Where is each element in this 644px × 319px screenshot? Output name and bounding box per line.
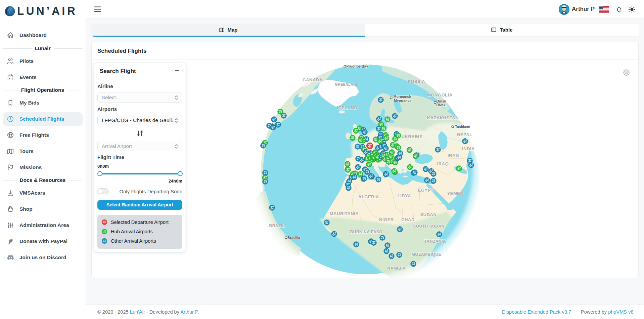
svg-text:SUDAN: SUDAN bbox=[420, 212, 437, 217]
svg-text:NAMIBIA: NAMIBIA bbox=[387, 266, 406, 271]
svg-text:NEPAL: NEPAL bbox=[457, 132, 472, 137]
svg-text:Prudhoe Bay: Prudhoe Bay bbox=[347, 64, 368, 68]
svg-text:Мурманск: Мурманск bbox=[394, 98, 411, 103]
svg-text:MONGOLIA: MONGOLIA bbox=[427, 92, 453, 97]
svg-text:BRAZIL: BRAZIL bbox=[269, 224, 285, 228]
svg-text:EGYPT: EGYPT bbox=[418, 188, 434, 193]
svg-text:TANZANIA: TANZANIA bbox=[424, 239, 446, 244]
svg-text:ALGERIA: ALGERIA bbox=[358, 194, 379, 199]
svg-text:Tashkent: Tashkent bbox=[455, 125, 470, 129]
svg-text:RUSSIA: RUSSIA bbox=[408, 79, 425, 84]
svg-text:BURKINA FASO: BURKINA FASO bbox=[350, 230, 383, 234]
svg-text:NIGER: NIGER bbox=[379, 217, 394, 222]
svg-text:ICELAND: ICELAND bbox=[337, 105, 357, 110]
svg-text:GREENLAND: GREENLAND bbox=[335, 82, 359, 86]
svg-text:INDIA: INDIA bbox=[462, 146, 475, 151]
svg-text:YEMEN: YEMEN bbox=[447, 191, 464, 196]
svg-text:CANADA: CANADA bbox=[303, 77, 322, 82]
svg-text:IRAN: IRAN bbox=[448, 153, 459, 158]
svg-text:LIBYA: LIBYA bbox=[398, 193, 411, 198]
svg-text:Murmansk: Murmansk bbox=[394, 94, 411, 98]
svg-text:Омск: Омск bbox=[436, 103, 446, 107]
svg-text:Brasilia: Brasilia bbox=[287, 236, 300, 240]
svg-text:CHAD: CHAD bbox=[401, 217, 415, 222]
svg-text:UKRAINE: UKRAINE bbox=[402, 134, 423, 139]
svg-text:MOZAMBIQUE: MOZAMBIQUE bbox=[412, 252, 441, 257]
svg-text:SOUTH SUDAN: SOUTH SUDAN bbox=[413, 224, 445, 229]
svg-text:MAURITANIA: MAURITANIA bbox=[330, 211, 359, 216]
svg-text:IRAQ: IRAQ bbox=[437, 161, 449, 166]
svg-text:KAZAKHSTAN: KAZAKHSTAN bbox=[427, 115, 459, 120]
